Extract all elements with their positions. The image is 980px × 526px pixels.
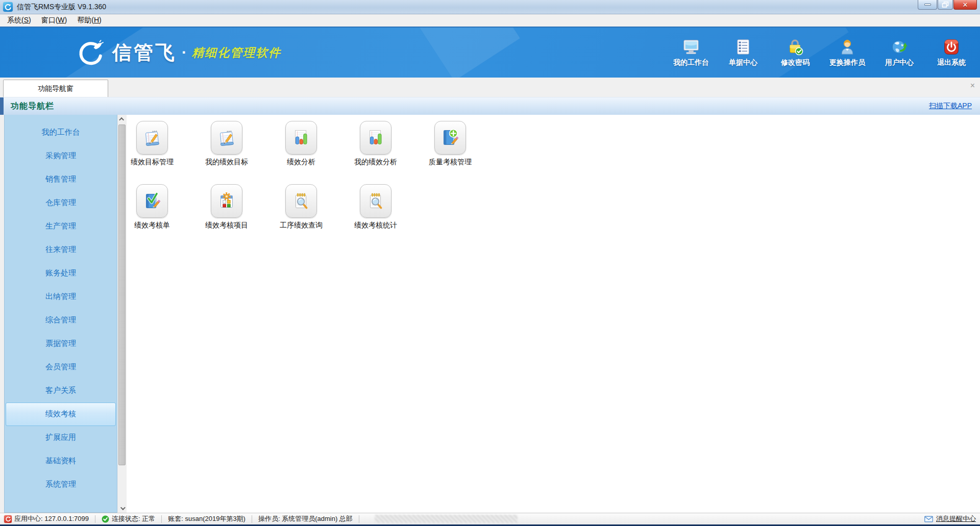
scrollbar-thumb[interactable] bbox=[118, 124, 126, 465]
nav-accent-bar bbox=[0, 97, 4, 115]
pad-magnifier-icon bbox=[360, 184, 391, 218]
grid-item-quality-assessment-mgmt[interactable]: 质量考核管理 bbox=[426, 121, 475, 167]
grid-item-my-performance-target[interactable]: 我的绩效目标 bbox=[202, 121, 251, 167]
brand-swoosh-icon bbox=[76, 38, 105, 67]
document-list-icon bbox=[734, 38, 752, 56]
sidebar-item-warehouse[interactable]: 仓库管理 bbox=[5, 191, 117, 215]
bar-chart-icon bbox=[285, 121, 317, 155]
content-area: 绩效目标管理 我的绩效目标 bbox=[127, 115, 980, 513]
menu-system[interactable]: 系统(S) bbox=[2, 15, 36, 26]
globe-icon bbox=[890, 38, 909, 56]
minimize-button[interactable] bbox=[918, 0, 937, 10]
sidebar-item-extensions[interactable]: 扩展应用 bbox=[5, 426, 117, 449]
sidebar-item-my-workspace[interactable]: 我的工作台 bbox=[5, 121, 117, 144]
sidebar: 我的工作台 采购管理 销售管理 仓库管理 生产管理 往来管理 账务处理 出纳管理… bbox=[4, 115, 117, 513]
book-plus-icon bbox=[434, 121, 466, 155]
notepad-pencil-icon bbox=[136, 121, 168, 155]
grid-item-process-performance-query[interactable]: 工序绩效查询 bbox=[277, 184, 326, 230]
icon-grid-row-1: 绩效目标管理 我的绩效目标 bbox=[127, 121, 980, 167]
main-body: 我的工作台 采购管理 销售管理 仓库管理 生产管理 往来管理 账务处理 出纳管理… bbox=[0, 115, 980, 513]
redacted-area bbox=[375, 515, 518, 523]
brand-name: 信管飞 bbox=[112, 40, 177, 66]
sidebar-item-production[interactable]: 生产管理 bbox=[5, 215, 117, 238]
brand-separator: · bbox=[182, 44, 187, 61]
tab-function-nav[interactable]: 功能导航窗 bbox=[3, 80, 108, 97]
sidebar-item-system-mgmt[interactable]: 系统管理 bbox=[5, 473, 117, 496]
sidebar-scrollbar[interactable] bbox=[117, 115, 127, 513]
message-center-link[interactable]: 消息提醒中心 bbox=[924, 514, 976, 523]
restore-icon bbox=[942, 2, 949, 8]
notepad-pencil-icon bbox=[211, 121, 242, 155]
header-banner: 信管飞 · 精细化管理软件 我的工作台 bbox=[0, 27, 980, 78]
download-app-link[interactable]: 扫描下载APP bbox=[929, 102, 972, 111]
sidebar-item-base-data[interactable]: 基础资料 bbox=[5, 449, 117, 473]
grid-item-performance-target-mgmt[interactable]: 绩效目标管理 bbox=[128, 121, 177, 167]
restore-button[interactable] bbox=[938, 0, 953, 10]
grid-item-my-performance-analysis[interactable]: 我的绩效分析 bbox=[351, 121, 400, 167]
lock-check-icon bbox=[786, 38, 804, 56]
icon-grid-row-2: 绩效考核单 绩效考核项目 bbox=[127, 184, 980, 230]
sidebar-item-invoices[interactable]: 票据管理 bbox=[5, 332, 117, 356]
statusbar: 应用中心: 127.0.0.1:7099 连接状态: 正常 账套: susan(… bbox=[0, 513, 980, 524]
minimize-icon bbox=[924, 4, 931, 6]
toolbar-my-workspace[interactable]: 我的工作台 bbox=[673, 38, 709, 67]
bar-chart-icon bbox=[360, 121, 391, 155]
brand-tagline: 精细化管理软件 bbox=[192, 45, 281, 61]
sidebar-item-sales[interactable]: 销售管理 bbox=[5, 168, 117, 191]
tabstrip: 功能导航窗 × bbox=[0, 78, 980, 97]
nav-title-bar: 功能导航栏 扫描下载APP bbox=[0, 97, 980, 115]
grid-item-performance-assessment-stats[interactable]: 绩效考核统计 bbox=[351, 184, 400, 230]
user-icon bbox=[838, 38, 856, 56]
sidebar-item-transactions[interactable]: 往来管理 bbox=[5, 238, 117, 262]
grid-item-performance-assessment-form[interactable]: 绩效考核单 bbox=[128, 184, 177, 230]
status-operator: 操作员: 系统管理员(admin) 总部 bbox=[258, 514, 353, 523]
status-app-center: 应用中心: 127.0.0.1:7099 bbox=[4, 514, 89, 523]
nav-title: 功能导航栏 bbox=[11, 101, 54, 112]
connection-ok-icon bbox=[102, 515, 109, 523]
app-window: 信管飞RMS专业版 V9.1.360 ✕ 系统(S) 窗口(W) 帮助(H) bbox=[0, 0, 980, 526]
header-toolbar: 我的工作台 单据中心 bbox=[673, 38, 980, 67]
gear-grid-icon bbox=[211, 184, 242, 218]
toolbar-switch-operator[interactable]: 更换操作员 bbox=[829, 38, 866, 67]
app-center-icon bbox=[4, 515, 12, 523]
scroll-down-icon[interactable] bbox=[117, 504, 127, 513]
menu-help[interactable]: 帮助(H) bbox=[72, 15, 106, 26]
grid-item-performance-assessment-items[interactable]: 绩效考核项目 bbox=[202, 184, 251, 230]
titlebar: 信管飞RMS专业版 V9.1.360 ✕ bbox=[0, 0, 980, 14]
status-connection: 连接状态: 正常 bbox=[102, 514, 155, 523]
monitor-icon bbox=[682, 38, 700, 56]
toolbar-change-password[interactable]: 修改密码 bbox=[777, 38, 814, 67]
app-logo-icon bbox=[3, 2, 13, 12]
pad-magnifier-icon bbox=[285, 184, 317, 218]
toolbar-document-center[interactable]: 单据中心 bbox=[725, 38, 762, 67]
pane-close-icon[interactable]: × bbox=[970, 82, 975, 90]
brand-logo: 信管飞 · 精细化管理软件 bbox=[76, 38, 281, 67]
sidebar-item-purchasing[interactable]: 采购管理 bbox=[5, 144, 117, 168]
menubar: 系统(S) 窗口(W) 帮助(H) bbox=[0, 14, 980, 27]
sidebar-item-customer-relations[interactable]: 客户关系 bbox=[5, 379, 117, 403]
sidebar-item-cashier[interactable]: 出纳管理 bbox=[5, 285, 117, 309]
sidebar-item-membership[interactable]: 会员管理 bbox=[5, 356, 117, 379]
grid-item-performance-analysis[interactable]: 绩效分析 bbox=[277, 121, 326, 167]
power-icon bbox=[942, 38, 961, 56]
toolbar-exit-system[interactable]: 退出系统 bbox=[933, 38, 970, 67]
close-icon: ✕ bbox=[963, 1, 968, 9]
window-title: 信管飞RMS专业版 V9.1.360 bbox=[17, 3, 106, 12]
menu-window[interactable]: 窗口(W) bbox=[36, 15, 72, 26]
sidebar-item-performance[interactable]: 绩效考核 bbox=[6, 403, 116, 426]
envelope-icon bbox=[924, 516, 933, 522]
sidebar-item-accounting[interactable]: 账务处理 bbox=[5, 262, 117, 285]
status-account: 账套: susan(2019年第3期) bbox=[168, 514, 246, 523]
book-check-icon bbox=[136, 184, 168, 218]
scroll-up-icon[interactable] bbox=[117, 115, 127, 123]
sidebar-item-general-mgmt[interactable]: 综合管理 bbox=[5, 309, 117, 332]
toolbar-user-center[interactable]: 用户中心 bbox=[881, 38, 918, 67]
close-button[interactable]: ✕ bbox=[953, 0, 977, 10]
